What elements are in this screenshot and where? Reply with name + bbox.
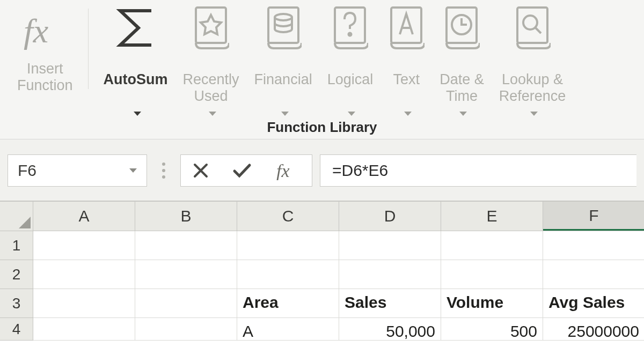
table-row: 1 [0,231,644,260]
text-label: Text [393,55,420,121]
svg-point-5 [349,33,352,36]
row-header[interactable]: 1 [0,231,33,260]
fx-icon: fx [21,5,69,56]
book-a-icon [388,5,425,50]
row-header[interactable]: 3 [0,289,33,318]
col-header-B[interactable]: B [135,202,237,231]
chevron-down-icon [348,112,355,116]
chevron-down-icon [459,112,467,116]
enter-button[interactable] [232,162,252,179]
formula-bar-buttons: fx [180,154,312,187]
table-row: 4 A 50,000 500 25000000 [0,318,644,341]
cell[interactable]: A [237,318,339,341]
autosum-label: AutoSum [104,55,168,121]
cell[interactable] [135,318,237,341]
cell[interactable] [135,260,237,289]
row-header[interactable]: 2 [0,260,33,289]
sigma-icon [112,5,160,50]
cell[interactable]: 50,000 [339,318,441,341]
cell[interactable] [33,318,135,341]
ribbon-group-label: Function Library [10,117,634,136]
date-time-button[interactable]: Date & Time [432,5,492,107]
chevron-down-icon [134,112,141,116]
col-header-F[interactable]: F [543,202,644,231]
col-header-A[interactable]: A [33,202,135,231]
cell[interactable] [33,260,135,289]
cell[interactable] [441,231,543,260]
svg-point-10 [523,16,537,29]
insert-function-label: Insert Function [17,61,73,94]
chevron-down-icon [209,112,216,116]
svg-point-3 [275,14,292,20]
cell[interactable]: Avg Sales [543,289,644,318]
cell[interactable]: Sales [339,289,441,318]
column-headers: A B C D E F [0,202,644,231]
logical-label: Logical [327,55,374,121]
ribbon: fx Insert Function AutoSum [0,0,644,139]
svg-text:fx: fx [276,161,290,180]
date-time-label: Date & Time [440,55,484,121]
cell[interactable] [237,231,339,260]
cell[interactable] [33,289,135,318]
chevron-down-icon [404,112,412,116]
cell[interactable] [135,231,237,260]
col-header-E[interactable]: E [441,202,543,231]
financial-button[interactable]: Financial [247,5,320,107]
col-header-C[interactable]: C [237,202,339,231]
cell[interactable] [441,260,543,289]
cell[interactable] [543,260,644,289]
cell[interactable] [135,289,237,318]
insert-function-fx-button[interactable]: fx [275,161,300,180]
svg-rect-9 [517,8,547,43]
recently-used-button[interactable]: Recently Used [175,5,247,107]
chevron-down-icon [281,112,289,116]
lookup-reference-label: Lookup & Reference [499,55,566,121]
table-row: 3 Area Sales Volume Avg Sales [0,289,644,318]
spreadsheet-grid: A B C D E F 1 2 3 Area Sales Volume Avg … [0,202,644,341]
cell[interactable]: Area [237,289,339,318]
logical-button[interactable]: Logical [320,5,381,107]
cancel-button[interactable] [193,162,209,179]
lookup-reference-button[interactable]: Lookup & Reference [492,5,574,107]
select-all-corner[interactable] [0,202,33,231]
name-box-value: F6 [18,161,36,180]
split-handle[interactable] [162,162,165,179]
cell[interactable]: Volume [441,289,543,318]
recently-used-label: Recently Used [183,55,239,121]
cell[interactable] [33,231,135,260]
financial-label: Financial [254,55,312,121]
formula-text: =D6*E6 [332,161,388,180]
text-button[interactable]: Text [380,5,432,107]
cell[interactable]: 25000000 [543,318,644,341]
chevron-down-icon [129,168,137,173]
svg-text:fx: fx [24,12,48,50]
separator [88,9,89,89]
name-box[interactable]: F6 [8,154,147,187]
book-search-icon [514,5,551,50]
col-header-D[interactable]: D [339,202,441,231]
cell[interactable] [237,260,339,289]
book-question-icon [332,5,368,50]
autosum-button[interactable]: AutoSum [96,5,175,107]
row-header[interactable]: 4 [0,318,33,341]
chevron-down-icon [530,112,538,116]
formula-input[interactable]: =D6*E6 [320,154,636,187]
table-row: 2 [0,260,644,289]
cell[interactable]: 500 [441,318,543,341]
formula-bar: F6 fx =D6*E6 [0,139,644,202]
insert-function-button[interactable]: fx Insert Function [10,5,80,107]
book-star-icon [193,5,229,50]
book-database-icon [265,5,302,50]
book-clock-icon [443,5,480,50]
cell[interactable] [543,231,644,260]
cell[interactable] [339,231,441,260]
cell[interactable] [339,260,441,289]
